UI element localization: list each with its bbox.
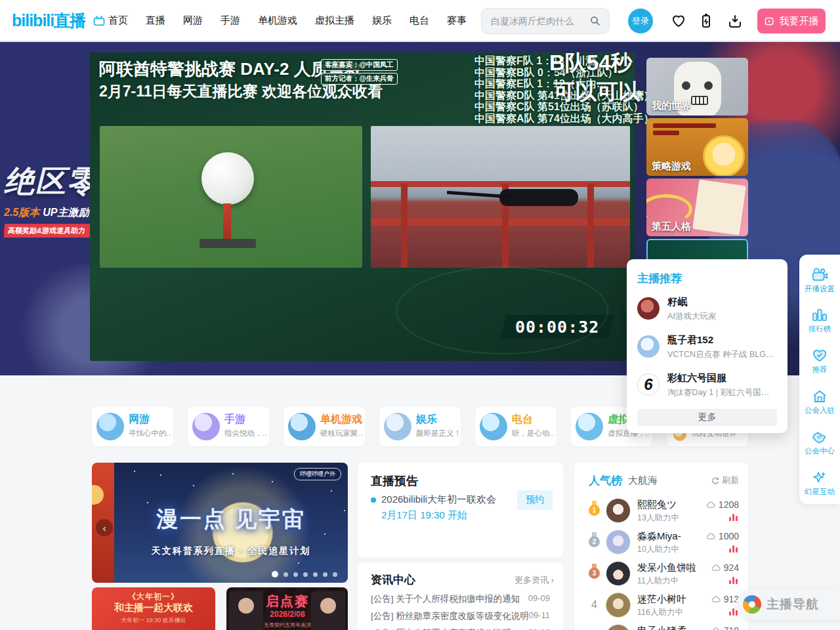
toolbar-broadcast-settings[interactable]: 开播设置 (799, 260, 840, 301)
schedule-time: 2月17日 19:30 开始 (381, 509, 467, 522)
carousel-current-slide: 漫一点 见宇宙 天文科普系列直播 · 全民追星计划 哔哩哔哩户外 (114, 463, 348, 583)
news-item[interactable]: [公告] 粉丝勋章亲密度改版等级变化说明 09-11 (371, 610, 550, 622)
toolbar-ranking[interactable]: 排行榜 (799, 301, 840, 341)
nav-item-netgames[interactable]: 网游 (183, 14, 203, 27)
nav-item-home[interactable]: 首页 (93, 14, 128, 27)
toolbar-recommend[interactable]: 推荐 (799, 341, 840, 382)
rank-number: 4 (589, 599, 600, 610)
target-pole (223, 203, 231, 242)
broadcast-label: 我要开播 (780, 15, 819, 28)
carousel-dot[interactable] (323, 572, 327, 577)
popup-more-button[interactable]: 更多 (637, 409, 777, 426)
search-icon[interactable] (589, 15, 601, 27)
nav-item-radio[interactable]: 电台 (410, 14, 429, 27)
carousel-dots[interactable] (272, 571, 337, 578)
live-schedule-card: 直播预告 2026bilibili大年初一联欢会 2月17日 19:30 开始 … (358, 463, 563, 558)
refresh-label: 刷新 (722, 474, 739, 486)
login-button[interactable]: 登录 (628, 9, 653, 33)
nav-item-label: 电台 (410, 14, 429, 27)
streamer-navigation-badge[interactable]: 主播导航 (736, 589, 840, 620)
tab-grand-sailing[interactable]: 大航海 (628, 474, 658, 487)
ranking-row[interactable]: 2 淼淼Miya- 10人助力中 1000 (574, 527, 748, 558)
ranking-row[interactable]: 1 熙熙兔ツ 13人助力中 1208 (574, 495, 748, 527)
toolbar-fanstar-interact[interactable]: 幻星互动 (799, 463, 840, 504)
kickoff-match-banner[interactable]: 启点赛 2026/2/08 无畏契约五周年表演赛 (226, 587, 348, 630)
category-thumb-identityv[interactable]: 第五人格 (646, 178, 748, 236)
carousel-dot[interactable] (293, 572, 298, 577)
nav-item-entertainment[interactable]: 娱乐 (372, 14, 392, 27)
streamer-name: 瓶子君152 (667, 334, 713, 346)
toolbar-label: 公会中心 (805, 446, 835, 456)
schedule-event[interactable]: 2026bilibili大年初一联欢会 (381, 494, 496, 506)
badge-label: 主播导航 (766, 596, 819, 613)
bilibili-live-logo[interactable]: bilibili直播 (12, 10, 85, 32)
streamer-row[interactable]: 6 彩虹六号国服 淘汰赛Day 1 | 彩虹六号国… (637, 372, 777, 405)
banner-line3: 大年初一 19:30 欢乐播出 (92, 616, 215, 625)
favorites-heart-icon[interactable] (671, 13, 686, 29)
nav-item-esports[interactable]: 赛事 (447, 14, 467, 27)
popularity-score: 1208 (706, 499, 739, 510)
game-character-art (703, 135, 745, 176)
category-card-mobilegames[interactable]: 手游 指尖悦动，… (188, 407, 269, 446)
house-icon (812, 389, 828, 404)
category-card-singlegames[interactable]: 单机游戏 硬核玩家聚… (284, 407, 365, 446)
popularity-cloud-icon (711, 595, 721, 603)
category-thumb-minecraft[interactable]: 我的世界 (646, 58, 748, 116)
category-card-netgames[interactable]: 网游 寻找心中的… (92, 407, 173, 446)
popularity-score: 924 (711, 562, 739, 573)
news-item[interactable]: [公告] 历史上舰用户亲密度优化说明 09-12 (371, 627, 550, 630)
meme-eye (682, 81, 690, 90)
zzz-reward-strip: 高额奖励&游戏道具助力 (4, 224, 91, 238)
toolbar-guild-center[interactable]: 公会中心 (799, 423, 840, 463)
nav-item-live[interactable]: 直播 (146, 14, 165, 27)
ranking-row[interactable]: 5 电子小猪柔 719 (574, 621, 748, 630)
refresh-button[interactable]: 刷新 (711, 474, 739, 486)
carousel-dot[interactable] (333, 572, 337, 577)
news-item[interactable]: [公告] 关于个人所得税扣缴申报的通知 09-09 (371, 593, 550, 605)
nav-item-mobilegames[interactable]: 手游 (220, 14, 240, 27)
streamer-row[interactable]: 瓶子君152 VCTCN启点赛 种子战 BLG… (637, 334, 777, 367)
start-broadcast-button[interactable]: 我要开播 (757, 9, 826, 33)
toolbar-guild-join[interactable]: 公会入驻 (799, 382, 840, 423)
lantern-art (92, 485, 104, 505)
zzz-promo-banner[interactable]: 绝区零 2.5版本UP主激励计划 高额奖励&游戏道具助力 (4, 161, 91, 238)
carousel-prev-button[interactable]: ‹ (96, 519, 113, 536)
carousel-dot[interactable] (313, 572, 318, 577)
ranking-row[interactable]: 3 发呆小鱼饼啦 11人助力中 924 (574, 558, 748, 590)
nav-item-label: 直播 (146, 14, 165, 27)
category-card-entertainment[interactable]: 娱乐 颜即是正义！ (379, 407, 461, 446)
news-more-link[interactable]: 更多资讯 › (514, 574, 554, 586)
tab-popularity[interactable]: 人气榜 (589, 473, 622, 488)
popup-title: 主播推荐 (637, 271, 682, 286)
nav-item-vtuber[interactable]: 虚拟主播 (315, 14, 354, 27)
carousel-dot-active[interactable] (272, 571, 278, 578)
category-card-radio[interactable]: 电台 听，是心动… (475, 407, 556, 446)
carousel-dot[interactable] (284, 572, 288, 577)
category-title: 单机游戏 (320, 413, 362, 427)
live-video-player[interactable]: 阿联酋特警挑战赛 DAY-2 人质营救 客座嘉宾：@中国凤工 前方记者：@生来兵… (90, 52, 635, 361)
category-mascot-icon (384, 413, 411, 440)
nav-item-label: 单机游戏 (258, 14, 297, 27)
zzz-campaign: UP主激励计划 (43, 207, 91, 218)
battery-charge-icon[interactable] (698, 13, 714, 29)
category-thumb-strategy[interactable]: 策略游戏 (646, 118, 748, 176)
popularity-cloud-icon (706, 532, 716, 540)
promo-carousel[interactable]: 漫一点 见宇宙 天文科普系列直播 · 全民追星计划 哔哩哔哩户外 ‹ (92, 463, 348, 583)
nav-item-singlegames[interactable]: 单机游戏 (258, 14, 297, 27)
player-face-art (238, 598, 254, 614)
avatar (606, 624, 631, 630)
toolbar-label: 公会入驻 (805, 406, 835, 415)
news-item-date: 09-12 (528, 627, 550, 630)
game-hud-bar (653, 131, 679, 135)
sniper-silhouette (499, 189, 578, 206)
download-icon[interactable] (727, 13, 743, 29)
nav-item-label: 手游 (220, 14, 240, 27)
new-year-banner[interactable]: 《大年初一》 和主播一起大联欢 大年初一 19:30 欢乐播出 (92, 587, 215, 630)
carousel-subtitle: 天文科普系列直播 · 全民追星计划 (114, 545, 348, 557)
toolbar-label: 幻星互动 (805, 487, 835, 497)
ranking-row[interactable]: 4 迷茫小树叶 116人助力中 913 (574, 590, 748, 621)
reserve-button[interactable]: 预约 (517, 490, 553, 510)
search-input[interactable] (490, 15, 589, 27)
carousel-dot[interactable] (303, 572, 308, 577)
streamer-row[interactable]: 籽岷 AI游戏大玩家 (637, 296, 777, 329)
